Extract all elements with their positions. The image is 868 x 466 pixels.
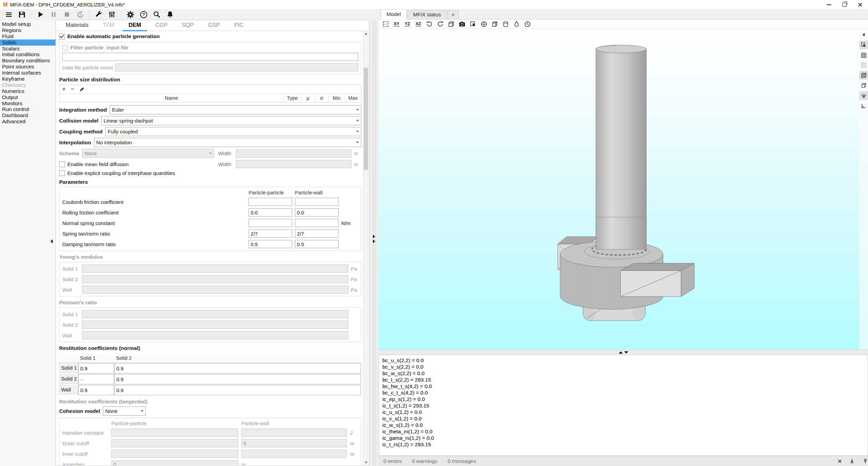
tab-sqp[interactable]: SQP <box>175 20 201 31</box>
view-yz-button[interactable]: YZ <box>404 20 411 28</box>
toggle-axes-button[interactable] <box>860 102 867 110</box>
toggle-particles-button[interactable] <box>859 92 868 100</box>
sidebar-item-advanced[interactable]: Advanced <box>0 118 56 125</box>
toggle-background-mesh-button[interactable] <box>860 61 867 69</box>
parameters-button[interactable] <box>108 10 116 19</box>
explicit-coupling-checkbox[interactable] <box>59 170 65 176</box>
rotate-right-button[interactable] <box>436 20 444 28</box>
sidebar-item-dashboard[interactable]: Dashboard <box>0 112 56 118</box>
sidebar-item-initial-conditions[interactable]: Initial conditions <box>0 51 56 58</box>
coulomb-friction-pw-field[interactable] <box>295 198 338 206</box>
sidebar-item-boundary-conditions[interactable]: Boundary conditions <box>0 58 56 64</box>
warning-count[interactable]: 0 warnings <box>412 458 437 464</box>
fit-view-button[interactable] <box>382 20 390 28</box>
rolling-friction-pw-field[interactable]: 0.0 <box>295 208 338 216</box>
toggle-regions-button[interactable] <box>860 82 867 89</box>
rolling-friction-pp-field[interactable]: 0.0 <box>249 208 292 216</box>
view-xy-button[interactable]: XY <box>393 20 400 28</box>
sidebar-item-fluid[interactable]: Fluid <box>0 33 56 39</box>
sidebar-item-keyframe[interactable]: Keyframe <box>0 76 56 82</box>
collision-model-select[interactable]: Linear spring-dashpot <box>101 116 361 125</box>
vtk-3d-viewport[interactable] <box>379 29 868 350</box>
collapse-strip-button[interactable] <box>860 31 867 38</box>
vertical-splitter[interactable] <box>369 20 379 466</box>
toggle-cut-cells-button[interactable] <box>859 71 868 79</box>
mean-field-diffusion-checkbox[interactable] <box>59 161 65 167</box>
notifications-button[interactable] <box>166 10 174 19</box>
box-geometry-button[interactable] <box>491 20 499 28</box>
restitution-s1s2-cell[interactable]: 0.9 <box>114 363 361 373</box>
sidebar-item-run-control[interactable]: Run control <box>0 106 56 112</box>
tab-cgp[interactable]: CGP <box>148 20 175 31</box>
normal-spring-pw-field[interactable] <box>295 219 338 227</box>
spring-ratio-pp-field[interactable]: 2/7 <box>249 229 292 238</box>
tab-model[interactable]: Model <box>381 9 407 19</box>
auto-particle-generation-checkbox[interactable] <box>59 34 65 39</box>
coulomb-friction-pp-field[interactable] <box>249 198 292 206</box>
sidebar-item-scalars[interactable]: Scalars <box>0 46 56 52</box>
tab-materials[interactable]: Materials <box>59 20 96 31</box>
sidebar-item-numerics[interactable]: Numerics <box>0 88 56 94</box>
sidebar-item-model-setup[interactable]: Model setup <box>0 21 56 27</box>
tab-dem[interactable]: DEM <box>122 20 148 31</box>
run-button[interactable] <box>36 10 45 19</box>
damping-ratio-pw-field[interactable]: 0.5 <box>295 240 338 248</box>
restitution-s1s1-cell[interactable]: 0.9 <box>78 363 114 373</box>
sidebar-item-point-sources[interactable]: Point sources <box>0 64 56 70</box>
settings-button[interactable] <box>126 10 135 19</box>
sidebar-item-monitors[interactable]: Monitors <box>0 100 56 107</box>
restore-button[interactable] <box>837 0 852 9</box>
save-button[interactable] <box>18 10 26 19</box>
screenshot-button[interactable] <box>458 20 466 28</box>
psd-edit-pencil-icon[interactable] <box>79 87 84 92</box>
error-count[interactable]: 0 errors <box>383 458 401 464</box>
new-tab-button[interactable]: + <box>447 10 459 19</box>
restitution-walls1-cell[interactable]: 0.9 <box>78 385 114 395</box>
damping-ratio-pp-field[interactable]: 0.5 <box>249 240 292 248</box>
regions-sphere-button[interactable] <box>480 20 488 28</box>
save-log-button[interactable] <box>849 458 855 464</box>
clear-log-button[interactable] <box>838 459 841 463</box>
psd-remove-button[interactable]: − <box>71 86 74 93</box>
sidebar-item-output[interactable]: Output <box>0 94 56 100</box>
rotate-left-button[interactable] <box>425 20 433 28</box>
tab-pic[interactable]: PIC <box>227 20 251 31</box>
toggle-geometry-button[interactable] <box>859 41 868 49</box>
restitution-walls2-cell[interactable]: 0.9 <box>114 385 361 395</box>
coupling-method-select[interactable]: Fully coupled <box>105 127 361 136</box>
scroll-lock-button[interactable] <box>863 458 868 464</box>
mesher-button[interactable] <box>94 10 103 19</box>
search-button[interactable] <box>153 10 161 19</box>
view-xz-button[interactable]: XZ <box>414 20 422 28</box>
restitution-s2s2-cell[interactable]: 0.9 <box>114 374 361 384</box>
interpolation-select[interactable]: No interpolation <box>94 138 361 147</box>
form-scrollbar[interactable] <box>363 31 369 465</box>
sidebar-item-regions[interactable]: Regions <box>0 27 56 33</box>
cohesion-model-select[interactable]: None <box>103 406 146 416</box>
terminal-output[interactable]: bc_u_s(2,2) = 0.0 bc_v_s(2,2) = 0.0 bc_w… <box>379 355 868 456</box>
sidebar-item-solids[interactable]: Solids <box>0 39 56 46</box>
psd-add-button[interactable]: + <box>62 86 66 93</box>
sidebar-collapse-arrow[interactable] <box>50 239 53 243</box>
minimize-button[interactable] <box>821 0 837 9</box>
time-controls-button[interactable] <box>523 20 531 28</box>
perspective-button[interactable] <box>447 20 455 28</box>
geometry-visibility-button[interactable] <box>469 20 477 28</box>
scroll-down-arrow[interactable] <box>363 460 369 465</box>
particle-input-file-field[interactable] <box>62 53 358 61</box>
cone-geometry-button[interactable] <box>512 20 520 28</box>
menu-button[interactable] <box>4 10 13 19</box>
scroll-up-arrow[interactable] <box>363 31 369 36</box>
cylinder-geometry-button[interactable] <box>502 20 509 28</box>
horizontal-splitter[interactable] <box>379 350 868 355</box>
toggle-mesh-button[interactable] <box>860 51 867 59</box>
sidebar-item-internal-surfaces[interactable]: Internal surfaces <box>0 70 56 76</box>
integration-method-select[interactable]: Euler <box>110 105 361 114</box>
help-button[interactable]: ? <box>139 10 148 19</box>
spring-ratio-pw-field[interactable]: 2/7 <box>295 229 338 238</box>
tab-mfix-status[interactable]: MFiX status <box>407 10 447 19</box>
message-count[interactable]: 0 messages <box>447 458 476 464</box>
close-button[interactable] <box>852 0 868 9</box>
normal-spring-pp-field[interactable] <box>249 219 292 227</box>
scrollbar-thumb[interactable] <box>364 68 368 170</box>
